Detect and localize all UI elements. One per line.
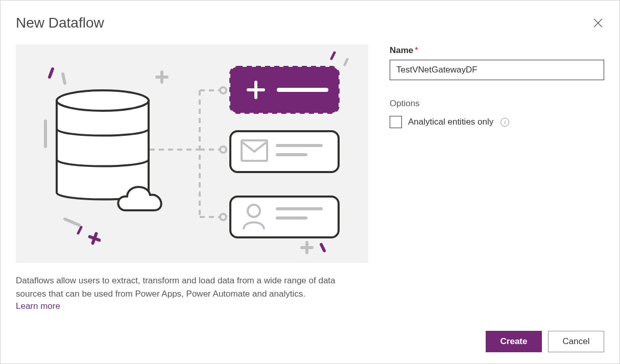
name-label: Name* (390, 45, 604, 56)
create-button[interactable]: Create (486, 331, 542, 352)
info-icon[interactable]: i (500, 118, 509, 127)
close-icon (593, 18, 603, 28)
analytical-entities-label: Analytical entities only (408, 117, 493, 127)
name-input[interactable] (390, 60, 604, 80)
dataflow-illustration (16, 44, 368, 263)
learn-more-link[interactable]: Learn more (16, 301, 60, 311)
svg-point-22 (220, 87, 226, 93)
svg-point-17 (57, 90, 149, 111)
svg-point-23 (220, 147, 226, 153)
dataflow-description: Dataflows allow users to extract, transf… (16, 274, 363, 301)
dialog-title: New Dataflow (16, 15, 104, 31)
cancel-button[interactable]: Cancel (548, 331, 604, 352)
options-heading: Options (390, 99, 604, 109)
svg-rect-29 (230, 131, 339, 172)
required-asterisk: * (415, 45, 418, 55)
analytical-entities-checkbox[interactable] (390, 116, 402, 128)
svg-point-24 (220, 214, 226, 220)
name-label-text: Name (390, 45, 413, 55)
svg-line-9 (63, 74, 65, 83)
close-button[interactable] (592, 17, 604, 29)
